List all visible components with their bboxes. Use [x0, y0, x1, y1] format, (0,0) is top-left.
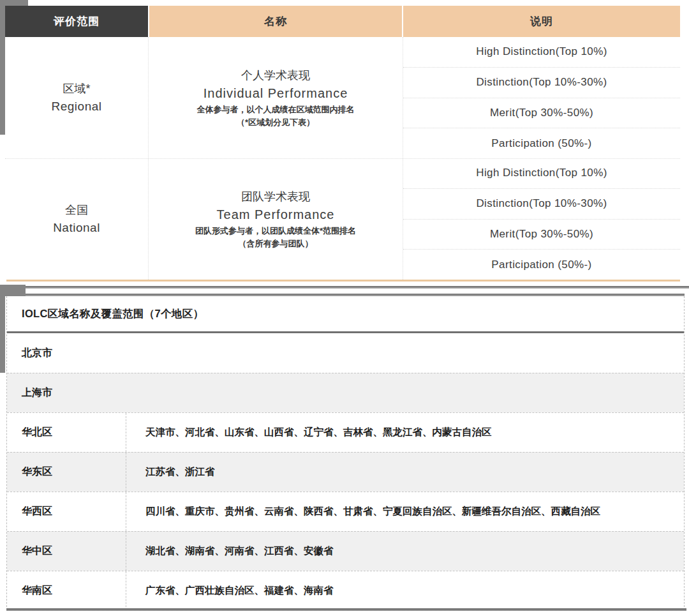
- table2: IOLC区域名称及覆盖范围（7个地区） 北京市 上海市 华北区 天津市、河北省、…: [6, 296, 685, 610]
- name-en-label: Team Performance: [217, 206, 335, 223]
- table1-bottom-accent-line: [6, 280, 680, 282]
- region-coverage: 四川省、重庆市、贵州省、云南省、陕西省、甘肃省、宁夏回族自治区、新疆维吾尔自治区…: [126, 492, 684, 531]
- table2-title: IOLC区域名称及覆盖范围（7个地区）: [7, 296, 684, 333]
- scope-zh-label: 全国: [65, 201, 88, 219]
- table2-left-accent-bar: [0, 285, 5, 373]
- region-coverage: [126, 373, 684, 412]
- name-zh-label: 团队学术表现: [241, 188, 310, 206]
- table2-outer-top-bar: [0, 286, 689, 289]
- region-name: 上海市: [7, 373, 126, 412]
- name-note-line2: （含所有参与团队）: [195, 237, 356, 250]
- table-row-west: 华西区 四川省、重庆市、贵州省、云南省、陕西省、甘肃省、宁夏回族自治区、新疆维吾…: [7, 492, 684, 531]
- region-coverage: 广东省、广西壮族自治区、福建省、海南省: [126, 571, 684, 610]
- level-merit: Merit(Top 30%-50%): [403, 219, 680, 250]
- table1-header-description: 说明: [403, 6, 680, 37]
- table1-row-regional-name-cell: 个人学术表现 Individual Performance 全体参与者，以个人成…: [149, 37, 403, 158]
- region-name: 华西区: [7, 492, 126, 531]
- table1-row-national-name-cell: 团队学术表现 Team Performance 团队形式参与者，以团队成绩全体*…: [149, 158, 403, 280]
- region-coverage: 江苏省、浙江省: [126, 453, 684, 492]
- table1-row-regional-levels-cell: High Distinction(Top 10%) Distinction(To…: [403, 37, 680, 158]
- region-coverage: 天津市、河北省、山东省、山西省、辽宁省、吉林省、黑龙江省、内蒙古自治区: [126, 413, 684, 452]
- table2-bottom-border: [6, 608, 686, 611]
- level-participation: Participation (50%-): [403, 128, 680, 158]
- name-en-label: Individual Performance: [204, 84, 348, 102]
- region-name: 华东区: [7, 453, 126, 492]
- region-name: 华北区: [7, 413, 126, 452]
- region-name: 北京市: [7, 333, 126, 373]
- region-name: 华中区: [7, 532, 126, 571]
- name-note-line1: 团队形式参与者，以团队成绩全体*范围排名: [195, 225, 356, 237]
- table-row-shanghai: 上海市: [7, 373, 684, 412]
- scope-en-label: Regional: [52, 98, 102, 116]
- name-note-line1: 全体参与者，以个人成绩在区域范围内排名: [197, 103, 355, 116]
- table1-row-national-levels-cell: High Distinction(Top 10%) Distinction(To…: [403, 158, 680, 280]
- name-zh-label: 个人学术表现: [241, 67, 310, 84]
- page: 评价范围 名称 说明 区域* Regional 个人学术表现 Individua…: [0, 0, 689, 616]
- level-distinction: Distinction(Top 10%-30%): [403, 67, 680, 98]
- table1-row-national-scope-cell: 全国 National: [5, 158, 148, 280]
- scope-zh-label: 区域*: [63, 80, 90, 98]
- name-note: 全体参与者，以个人成绩在区域范围内排名 （*区域划分见下表）: [197, 103, 355, 129]
- table1-left-accent-bar: [0, 0, 5, 135]
- region-coverage: 湖北省、湖南省、河南省、江西省、安徽省: [126, 532, 684, 571]
- table-row-east: 华东区 江苏省、浙江省: [7, 452, 684, 492]
- table-row-south: 华南区 广东省、广西壮族自治区、福建省、海南省: [7, 571, 684, 610]
- table1-header-scope: 评价范围: [5, 6, 148, 37]
- table-row-north: 华北区 天津市、河北省、山东省、山西省、辽宁省、吉林省、黑龙江省、内蒙古自治区: [7, 412, 684, 452]
- table-row-central: 华中区 湖北省、湖南省、河南省、江西省、安徽省: [7, 531, 684, 571]
- level-distinction: Distinction(Top 10%-30%): [403, 188, 680, 219]
- level-participation: Participation (50%-): [403, 249, 680, 280]
- table1-row-regional-scope-cell: 区域* Regional: [5, 37, 148, 158]
- table-row-beijing: 北京市: [7, 333, 684, 373]
- scope-en-label: National: [53, 219, 100, 237]
- region-coverage: [126, 333, 684, 373]
- level-merit: Merit(Top 30%-50%): [403, 98, 680, 128]
- level-high-distinction: High Distinction(Top 10%): [403, 37, 680, 67]
- region-name: 华南区: [7, 571, 126, 610]
- name-note-line2: （*区域划分见下表）: [197, 116, 355, 129]
- level-high-distinction: High Distinction(Top 10%): [403, 158, 680, 188]
- table1-row-divider: [5, 158, 680, 159]
- name-note: 团队形式参与者，以团队成绩全体*范围排名 （含所有参与团队）: [195, 225, 356, 250]
- table1-header-name: 名称: [149, 6, 402, 37]
